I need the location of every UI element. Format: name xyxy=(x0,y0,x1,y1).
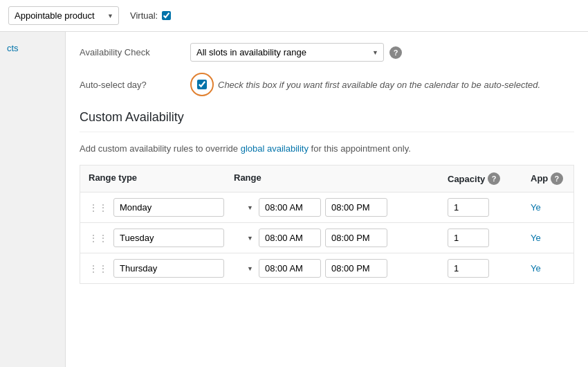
product-type-section: Appointable product xyxy=(8,6,119,25)
time-start-input[interactable] xyxy=(259,259,321,278)
availability-select-wrapper: All slots in availability range 1 slot i… xyxy=(190,43,384,62)
capacity-cell xyxy=(448,259,531,278)
description-after-text: for this appointment only. xyxy=(309,143,411,154)
time-range xyxy=(259,229,448,247)
capacity-input[interactable] xyxy=(448,198,489,217)
time-end-input[interactable] xyxy=(325,198,387,217)
custom-availability-description: Add custom availability rules to overrid… xyxy=(80,143,574,154)
drag-handle[interactable]: ⋮⋮ xyxy=(89,202,108,213)
drag-handle[interactable]: ⋮⋮ xyxy=(89,263,108,274)
auto-select-row: Auto-select day? Check this box if you w… xyxy=(80,73,574,96)
col-header-app: App ? xyxy=(531,172,565,185)
app-value: Ye xyxy=(531,202,541,213)
virtual-checkbox[interactable] xyxy=(162,11,171,20)
product-type-select-wrapper: Appointable product xyxy=(8,6,119,25)
table-row: ⋮⋮MondayTuesdayWednesdayThursdayFridaySa… xyxy=(80,223,574,253)
col-header-range-type: Range type xyxy=(89,172,234,185)
day-select[interactable]: MondayTuesdayWednesdayThursdayFridaySatu… xyxy=(113,259,224,278)
availability-check-row: Availability Check All slots in availabi… xyxy=(80,43,574,62)
day-select[interactable]: MondayTuesdayWednesdayThursdayFridaySatu… xyxy=(113,229,224,247)
day-select-wrapper: MondayTuesdayWednesdayThursdayFridaySatu… xyxy=(113,229,259,247)
app-help-icon[interactable]: ? xyxy=(551,172,563,185)
availability-check-select[interactable]: All slots in availability range 1 slot i… xyxy=(190,43,384,62)
day-select-wrapper: MondayTuesdayWednesdayThursdayFridaySatu… xyxy=(113,259,259,278)
col-header-capacity: Capacity ? xyxy=(448,172,531,185)
time-start-input[interactable] xyxy=(259,229,321,247)
product-type-select[interactable]: Appointable product xyxy=(8,6,119,25)
app-cell: Ye xyxy=(531,202,565,213)
app-value: Ye xyxy=(531,263,541,274)
day-select-wrapper: MondayTuesdayWednesdayThursdayFridaySatu… xyxy=(113,198,259,217)
time-range xyxy=(259,259,448,278)
app-cell: Ye xyxy=(531,233,565,243)
capacity-cell xyxy=(448,229,531,247)
sidebar: cts xyxy=(0,32,66,367)
time-range xyxy=(259,198,448,217)
day-select[interactable]: MondayTuesdayWednesdayThursdayFridaySatu… xyxy=(113,198,224,217)
auto-select-description: Check this box if you want first availab… xyxy=(218,80,540,90)
capacity-input[interactable] xyxy=(448,259,489,278)
col-header-range: Range xyxy=(234,172,448,185)
auto-select-content: Check this box if you want first availab… xyxy=(190,73,540,96)
app-cell: Ye xyxy=(531,263,565,274)
table-rows-container: ⋮⋮MondayTuesdayWednesdayThursdayFridaySa… xyxy=(80,193,574,284)
custom-availability-title: Custom Availability xyxy=(80,110,574,132)
availability-check-label: Availability Check xyxy=(80,47,190,57)
auto-select-label: Auto-select day? xyxy=(80,80,190,90)
global-availability-link[interactable]: global availability xyxy=(241,143,309,154)
table-header: Range type Range Capacity ? App ? xyxy=(80,165,574,193)
virtual-label: Virtual: xyxy=(130,10,158,21)
drag-handle[interactable]: ⋮⋮ xyxy=(89,233,108,244)
availability-check-controls: All slots in availability range 1 slot i… xyxy=(190,43,574,62)
time-end-input[interactable] xyxy=(325,259,387,278)
time-start-input[interactable] xyxy=(259,198,321,217)
sidebar-link-cts[interactable]: cts xyxy=(0,39,65,57)
top-bar: Appointable product Virtual: xyxy=(0,0,588,32)
auto-select-checkbox[interactable] xyxy=(197,80,207,89)
content-area: Availability Check All slots in availabi… xyxy=(66,32,588,367)
table-row: ⋮⋮MondayTuesdayWednesdayThursdayFridaySa… xyxy=(80,253,574,284)
capacity-input[interactable] xyxy=(448,229,489,247)
app-value: Ye xyxy=(531,233,541,243)
main-content: cts Availability Check All slots in avai… xyxy=(0,32,588,367)
description-before-text: Add custom availability rules to overrid… xyxy=(80,143,241,154)
table-row: ⋮⋮MondayTuesdayWednesdayThursdayFridaySa… xyxy=(80,193,574,223)
capacity-help-icon[interactable]: ? xyxy=(488,172,500,185)
capacity-cell xyxy=(448,198,531,217)
auto-checkbox-wrapper xyxy=(190,73,214,96)
time-end-input[interactable] xyxy=(325,229,387,247)
availability-check-help-icon[interactable]: ? xyxy=(389,46,402,59)
